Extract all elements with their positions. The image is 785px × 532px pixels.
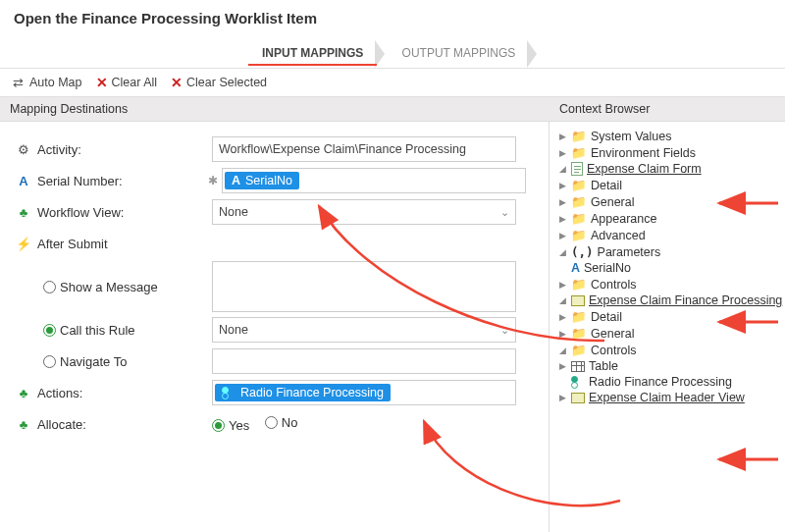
text-type-icon: A (16, 173, 31, 188)
serial-number-label: Serial Number: (37, 174, 123, 188)
tree-environment-fields[interactable]: ▶📁Environment Fields (557, 145, 783, 160)
bolt-icon: ⚡ (16, 236, 31, 251)
clear-all-button[interactable]: ✕Clear All (96, 75, 158, 90)
workflow-icon: ♣ (16, 385, 31, 400)
tree-appearance[interactable]: ▶📁Appearance (557, 211, 783, 226)
view-icon (571, 393, 585, 403)
workflow-view-label: Workflow View: (37, 205, 124, 220)
text-type-icon: A (232, 174, 240, 187)
call-rule-select[interactable]: None⌄ (212, 317, 516, 343)
navigate-to-input[interactable] (212, 348, 516, 374)
folder-icon: 📁 (571, 277, 587, 292)
tree-detail[interactable]: ▶📁Detail (557, 178, 783, 192)
folder-icon: 📁 (571, 145, 587, 160)
toolbar: ⇄Auto Map ✕Clear All ✕Clear Selected (0, 68, 785, 97)
section-headers: Mapping Destinations Context Browser (0, 97, 785, 122)
text-type-icon: A (571, 261, 580, 275)
form-icon (571, 162, 583, 176)
context-browser-pane: ▶📁System Values ▶📁Environment Fields ◢Ex… (550, 122, 785, 532)
workflow-icon: ♣ (16, 416, 31, 432)
after-submit-label: After Submit (37, 237, 108, 251)
required-icon: ✱ (208, 174, 218, 187)
folder-icon: 📁 (571, 211, 587, 226)
workflow-view-select[interactable]: None⌄ (212, 199, 516, 225)
automap-icon: ⇄ (10, 75, 26, 90)
chevron-down-icon: ⌄ (500, 206, 509, 219)
tree-expense-claim-header-view[interactable]: ▶Expense Claim Header View (557, 391, 783, 404)
navigate-to-radio[interactable]: Navigate To (43, 354, 127, 369)
mapping-destinations-pane: ⚙Activity: Workflow\Expense Claim\Financ… (0, 122, 550, 532)
folder-icon: 📁 (571, 194, 587, 209)
call-rule-radio[interactable]: Call this Rule (43, 323, 135, 338)
radio-control-icon (222, 388, 236, 398)
tab-input-mappings[interactable]: INPUT MAPPINGS (248, 41, 377, 64)
actions-input[interactable]: Radio Finance Processing (212, 380, 516, 405)
show-message-radio[interactable]: Show a Message (43, 280, 158, 294)
gear-icon: ⚙ (16, 141, 31, 157)
radio-control-icon (571, 377, 585, 387)
context-browser-header: Context Browser (550, 97, 785, 121)
mapping-tabs: INPUT MAPPINGS OUTPUT MAPPINGS (0, 34, 785, 68)
folder-icon: 📁 (571, 228, 587, 242)
view-icon (571, 295, 585, 306)
chevron-down-icon: ⌄ (500, 324, 509, 337)
actions-label: Actions: (37, 386, 82, 400)
allocate-no-radio[interactable]: No (265, 415, 298, 430)
allocate-yes-radio[interactable]: Yes (212, 418, 249, 433)
dialog-title: Open the Finance Processing Worklist Ite… (0, 0, 785, 34)
folder-icon: 📁 (571, 343, 587, 357)
tree-radio-finance-processing[interactable]: Radio Finance Processing (557, 375, 783, 389)
tree-system-values[interactable]: ▶📁System Values (557, 129, 783, 143)
show-message-input[interactable] (212, 261, 516, 312)
folder-icon: 📁 (571, 178, 587, 192)
tree-advanced[interactable]: ▶📁Advanced (557, 228, 783, 242)
tree-table-control[interactable]: ▶Table (557, 359, 783, 373)
clear-icon: ✕ (96, 75, 108, 90)
clear-selected-button[interactable]: ✕Clear Selected (171, 75, 267, 90)
serialno-chip[interactable]: ASerialNo (225, 172, 299, 189)
table-icon (571, 361, 585, 372)
parameters-icon: (,) (571, 244, 594, 259)
tree-parameters[interactable]: ◢(,)Parameters (557, 244, 783, 259)
tree-serialno[interactable]: ASerialNo (557, 261, 783, 275)
tree-fin-general[interactable]: ▶📁General (557, 326, 783, 341)
folder-icon: 📁 (571, 309, 587, 324)
actions-chip[interactable]: Radio Finance Processing (215, 384, 391, 401)
mapping-destinations-header: Mapping Destinations (0, 97, 550, 121)
tree-finance-processing-view[interactable]: ◢Expense Claim Finance Processing (557, 293, 783, 307)
clear-icon: ✕ (171, 75, 183, 90)
tree-expense-claim-form[interactable]: ◢Expense Claim Form (557, 162, 783, 176)
tree-fin-controls[interactable]: ◢📁Controls (557, 343, 783, 357)
tree-fin-detail[interactable]: ▶📁Detail (557, 309, 783, 324)
activity-label: Activity: (37, 142, 81, 157)
tab-output-mappings[interactable]: OUTPUT MAPPINGS (389, 41, 530, 64)
tree-controls[interactable]: ▶📁Controls (557, 277, 783, 292)
serial-number-input[interactable]: ASerialNo (222, 168, 526, 193)
folder-icon: 📁 (571, 326, 587, 341)
workflow-icon: ♣ (16, 204, 31, 220)
activity-input[interactable]: Workflow\Expense Claim\Finance Processin… (212, 136, 516, 162)
allocate-label: Allocate: (37, 417, 86, 432)
auto-map-button[interactable]: ⇄Auto Map (10, 75, 82, 90)
tree-general[interactable]: ▶📁General (557, 194, 783, 209)
folder-icon: 📁 (571, 129, 587, 143)
